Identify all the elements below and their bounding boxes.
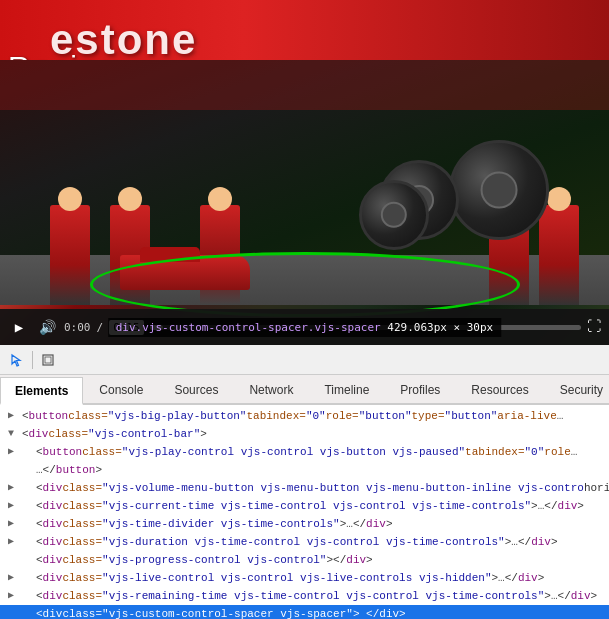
devtools-toolbar [0, 345, 609, 375]
elements-panel-code: ▶ <button class="vjs-big-play-button" ta… [0, 405, 609, 619]
code-line-3b[interactable]: ▶ … </button> [0, 461, 609, 479]
volume-button[interactable]: 🔊 [36, 316, 58, 338]
expander-6[interactable]: ▶ [4, 516, 18, 532]
code-line-10[interactable]: ▶ <div class="vjs-remaining-time vjs-tim… [0, 587, 609, 605]
expander-9[interactable]: ▶ [4, 570, 18, 586]
person4 [539, 205, 579, 305]
code-line-3[interactable]: ▶ <button class="vjs-play-control vjs-co… [0, 443, 609, 461]
tab-sources[interactable]: Sources [159, 375, 233, 403]
code-line-4[interactable]: ▶ <div class="vjs-volume-menu-button vjs… [0, 479, 609, 497]
code-line-8[interactable]: ▶ <div class="vjs-progress-control vjs-c… [0, 551, 609, 569]
code-line-6[interactable]: ▶ <div class="vjs-time-divider vjs-time-… [0, 515, 609, 533]
expander-7[interactable]: ▶ [4, 534, 18, 550]
time-elapsed: 0:00 [64, 321, 91, 334]
devtools-tabs: Elements Console Sources Network Timelin… [0, 375, 609, 405]
video-player: estone Racing div.vjs-custom-control-spa… [0, 0, 609, 345]
tab-timeline[interactable]: Timeline [309, 375, 384, 403]
tab-network[interactable]: Network [234, 375, 308, 403]
code-line-2[interactable]: ▼ <div class="vjs-control-bar" > [0, 425, 609, 443]
toolbar-divider1 [32, 351, 33, 369]
tire1 [449, 140, 549, 240]
code-line-5[interactable]: ▶ <div class="vjs-current-time vjs-time-… [0, 497, 609, 515]
person1 [50, 205, 90, 305]
tab-security[interactable]: Security [545, 375, 609, 403]
expander-5[interactable]: ▶ [4, 498, 18, 514]
scene-main [0, 60, 609, 305]
code-line-11-selected[interactable]: ▶ <div class="vjs-custom-control-spacer … [0, 605, 609, 619]
expander-10[interactable]: ▶ [4, 588, 18, 604]
tooltip-class: div.vjs-custom-control-spacer.vjs-spacer [116, 321, 381, 334]
tab-profiles[interactable]: Profiles [385, 375, 455, 403]
svg-rect-1 [45, 357, 51, 363]
tab-elements[interactable]: Elements [0, 377, 83, 405]
svg-rect-0 [43, 355, 53, 365]
time-separator: / [97, 321, 104, 334]
tab-resources[interactable]: Resources [456, 375, 543, 403]
fullscreen-button[interactable]: ⛶ [587, 319, 601, 335]
expander-3[interactable]: ▶ [4, 444, 18, 460]
indy-car [120, 255, 250, 290]
expander-4[interactable]: ▶ [4, 480, 18, 496]
expander-2[interactable]: ▼ [4, 426, 18, 442]
inspect-cursor-icon[interactable] [4, 347, 30, 373]
devtools-panel: Elements Console Sources Network Timelin… [0, 345, 609, 619]
code-line-7[interactable]: ▶ <div class="vjs-duration vjs-time-cont… [0, 533, 609, 551]
code-line-1[interactable]: ▶ <button class="vjs-big-play-button" ta… [0, 407, 609, 425]
video-background: estone Racing [0, 0, 609, 345]
tab-console[interactable]: Console [84, 375, 158, 403]
box-model-icon[interactable] [35, 347, 61, 373]
tire3 [359, 180, 429, 250]
tent [0, 60, 609, 110]
element-tooltip: div.vjs-custom-control-spacer.vjs-spacer… [108, 318, 502, 337]
expander-1[interactable]: ▶ [4, 408, 18, 424]
code-line-9[interactable]: ▶ <div class="vjs-live-control vjs-contr… [0, 569, 609, 587]
tooltip-dimensions: 429.063px × 30px [387, 321, 493, 334]
play-button[interactable]: ▶ [8, 316, 30, 338]
